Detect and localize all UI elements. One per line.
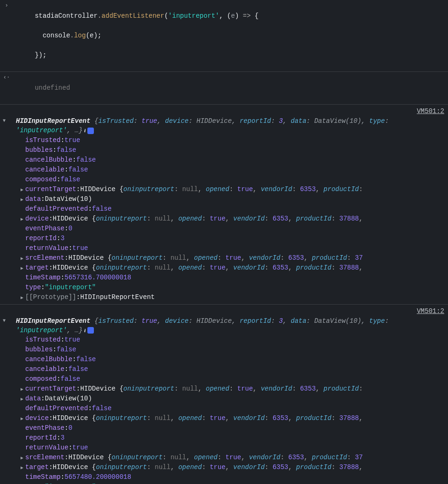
property-key: target: [25, 263, 49, 273]
object-property[interactable]: ▶target: HIDDevice {oninputreport: null,…: [2, 463, 445, 472]
property-key: type: [25, 482, 41, 484]
expand-right-icon[interactable]: ▶: [19, 265, 25, 272]
property-key: currentTarget: [25, 384, 76, 394]
property-value: HIDDevice {oninputreport: null, opened: …: [80, 185, 363, 194]
property-value: true: [64, 135, 80, 145]
object-property[interactable]: ▶device: HIDDevice {oninputreport: null,…: [2, 214, 445, 224]
object-property[interactable]: ▶reportId: 3: [2, 234, 445, 243]
property-value: false: [61, 175, 80, 185]
expand-right-icon[interactable]: ▶: [19, 216, 25, 223]
property-value: false: [57, 345, 76, 355]
object-header[interactable]: ▼HIDInputReportEvent {isTrusted: true, d…: [2, 316, 445, 335]
property-value: false: [57, 145, 76, 155]
object-property[interactable]: ▶cancelBubble: false: [2, 155, 445, 165]
prompt-icon: ›: [2, 1, 11, 10]
property-key: bubbles: [25, 345, 53, 355]
result-icon: ‹·: [2, 73, 11, 82]
info-icon[interactable]: i: [87, 128, 94, 134]
object-property[interactable]: ▶srcElement: HIDDevice {oninputreport: n…: [2, 453, 445, 463]
property-key: device: [25, 214, 49, 224]
expand-right-icon[interactable]: ▶: [19, 255, 25, 262]
property-value: false: [68, 364, 88, 374]
property-value: 5657316.700000018: [64, 273, 131, 283]
object-property[interactable]: ▶composed: false: [2, 374, 445, 384]
property-key: timeStamp: [25, 273, 61, 283]
property-value: false: [76, 155, 96, 165]
expand-right-icon[interactable]: ▶: [19, 186, 25, 193]
property-value: DataView(10): [45, 394, 92, 404]
property-value: HIDDevice {oninputreport: null, opened: …: [68, 253, 363, 263]
object-property[interactable]: ▶currentTarget: HIDDevice {oninputreport…: [2, 384, 445, 394]
property-key: data: [25, 394, 41, 404]
property-value: "inputreport": [45, 283, 96, 292]
object-property[interactable]: ▶returnValue: true: [2, 443, 445, 453]
object-property[interactable]: ▶defaultPrevented: false: [2, 204, 445, 214]
property-value: 0: [68, 423, 72, 433]
property-value: true: [72, 443, 88, 453]
property-key: isTrusted: [25, 135, 61, 145]
object-property[interactable]: ▶eventPhase: 0: [2, 423, 445, 433]
property-key: srcElement: [25, 453, 64, 463]
property-key: cancelable: [25, 364, 64, 374]
object-property[interactable]: ▶srcElement: HIDDevice {oninputreport: n…: [2, 253, 445, 263]
object-property[interactable]: ▶timeStamp: 5657480.200000018: [2, 472, 445, 482]
object-property[interactable]: ▶isTrusted: true: [2, 135, 445, 145]
source-link[interactable]: VM501:2: [417, 107, 444, 116]
object-property[interactable]: ▶target: HIDDevice {oninputreport: null,…: [2, 263, 445, 273]
object-property[interactable]: ▶currentTarget: HIDDevice {oninputreport…: [2, 185, 445, 194]
expand-right-icon[interactable]: ▶: [19, 396, 25, 403]
object-property[interactable]: ▶cancelable: false: [2, 364, 445, 374]
object-property[interactable]: ▶composed: false: [2, 175, 445, 185]
object-property[interactable]: ▶data: DataView(10): [2, 194, 445, 204]
property-key: eventPhase: [25, 224, 64, 234]
object-property[interactable]: ▶data: DataView(10): [2, 394, 445, 404]
object-property[interactable]: ▶isTrusted: true: [2, 335, 445, 345]
property-value: false: [68, 165, 88, 175]
property-key: srcElement: [25, 253, 64, 263]
object-property[interactable]: ▶eventPhase: 0: [2, 224, 445, 234]
object-property[interactable]: ▶type: "inputreport": [2, 482, 445, 484]
expand-right-icon[interactable]: ▶: [19, 386, 25, 393]
property-key: type: [25, 283, 41, 292]
property-key: eventPhase: [25, 423, 64, 433]
expand-right-icon[interactable]: ▶: [19, 294, 25, 301]
property-value: HIDDevice {oninputreport: null, opened: …: [80, 384, 363, 394]
property-key: timeStamp: [25, 472, 61, 482]
property-value: HIDDevice {oninputreport: null, opened: …: [53, 263, 363, 273]
console-input-code[interactable]: stadiaController.addEventListener('input…: [11, 1, 445, 70]
info-icon[interactable]: i: [87, 327, 94, 334]
expand-right-icon[interactable]: ▶: [19, 415, 25, 422]
property-value: false: [76, 355, 96, 364]
property-value: 3: [61, 234, 64, 243]
property-key: cancelable: [25, 165, 64, 175]
object-property[interactable]: ▶cancelBubble: false: [2, 355, 445, 364]
expand-down-icon[interactable]: ▼: [9, 318, 16, 325]
object-property[interactable]: ▶device: HIDDevice {oninputreport: null,…: [2, 413, 445, 423]
object-property[interactable]: ▶cancelable: false: [2, 165, 445, 175]
object-property[interactable]: ▶returnValue: true: [2, 243, 445, 253]
property-key: defaultPrevented: [25, 404, 88, 413]
object-header[interactable]: ▼HIDInputReportEvent {isTrusted: true, d…: [2, 116, 445, 135]
object-property[interactable]: ▶[[Prototype]]: HIDInputReportEvent: [2, 292, 445, 302]
expand-right-icon[interactable]: ▶: [19, 455, 25, 462]
property-value: DataView(10): [45, 194, 92, 204]
object-property[interactable]: ▶bubbles: false: [2, 145, 445, 155]
property-key: [[Prototype]]: [25, 292, 76, 302]
object-property[interactable]: ▶type: "inputreport": [2, 283, 445, 292]
object-property[interactable]: ▶reportId: 3: [2, 433, 445, 443]
property-key: reportId: [25, 433, 57, 443]
object-properties: ▶isTrusted: true ▶bubbles: false ▶cancel…: [2, 335, 445, 484]
property-key: cancelBubble: [25, 355, 72, 364]
source-link[interactable]: VM501:2: [417, 306, 444, 316]
expand-right-icon[interactable]: ▶: [19, 196, 25, 203]
object-property[interactable]: ▶defaultPrevented: false: [2, 404, 445, 413]
expand-right-icon[interactable]: ▶: [19, 464, 25, 471]
object-property[interactable]: ▶bubbles: false: [2, 345, 445, 355]
object-property[interactable]: ▶timeStamp: 5657316.700000018: [2, 273, 445, 283]
property-value: "inputreport": [45, 482, 96, 484]
console-input-row: › stadiaController.addEventListener('inp…: [0, 0, 448, 72]
property-key: target: [25, 463, 49, 472]
property-key: composed: [25, 175, 57, 185]
property-value: HIDDevice {oninputreport: null, opened: …: [53, 463, 363, 472]
expand-down-icon[interactable]: ▼: [9, 118, 16, 125]
